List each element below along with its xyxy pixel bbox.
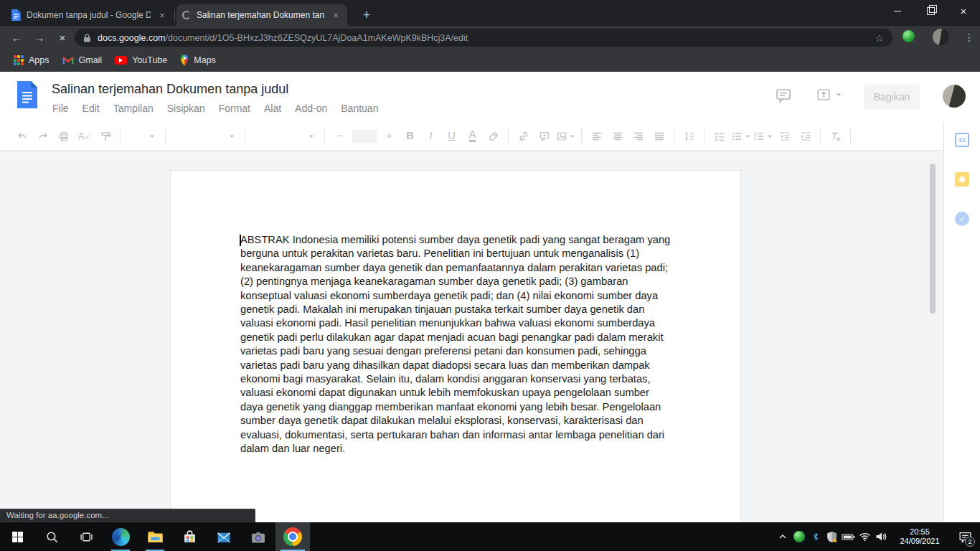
toolbar-separator: [581, 129, 582, 143]
taskbar-mail-icon[interactable]: [207, 522, 241, 551]
system-tray: 20:55 24/09/2021 2: [774, 522, 980, 551]
taskbar-store-icon[interactable]: [172, 522, 207, 551]
document-page[interactable]: ABSTRAK Indonesia memiliki potensi sumbe…: [170, 170, 741, 522]
taskbar-explorer-icon[interactable]: [138, 522, 172, 551]
address-bar[interactable]: docs.google.com/document/d/1O5-BHxzJ3hz6…: [75, 29, 892, 47]
zoom-dropdown[interactable]: [126, 127, 159, 146]
taskbar-search-icon[interactable]: [34, 522, 69, 551]
line-spacing-icon[interactable]: [680, 127, 698, 146]
menu-alat[interactable]: Alat: [262, 102, 283, 115]
tray-chevron-icon[interactable]: [774, 522, 791, 551]
font-dropdown[interactable]: [251, 127, 319, 146]
bookmark-gmail[interactable]: Gmail: [56, 53, 109, 67]
idm-icon[interactable]: [791, 522, 807, 551]
checklist-icon[interactable]: [710, 127, 728, 146]
taskbar-task-view-icon[interactable]: [69, 522, 103, 551]
link-icon[interactable]: [514, 127, 532, 146]
styles-dropdown[interactable]: [171, 127, 239, 146]
menu-bantuan[interactable]: Bantuan: [339, 102, 380, 115]
text-color-icon[interactable]: A: [463, 127, 481, 146]
plus-icon[interactable]: +: [380, 127, 398, 146]
docs-account-avatar[interactable]: [943, 85, 966, 108]
side-panel-calendar-icon[interactable]: 31: [955, 133, 969, 147]
taskbar-chrome-icon[interactable]: [275, 522, 310, 551]
document-scrollbar-thumb[interactable]: [930, 164, 936, 314]
svg-text:3: 3: [754, 136, 756, 141]
browser-menu-dots-icon[interactable]: ⋮: [961, 28, 977, 47]
minimize-button[interactable]: [881, 0, 914, 22]
google-docs-logo-icon[interactable]: [17, 81, 37, 108]
align-center-icon[interactable]: [608, 127, 626, 146]
volume-icon[interactable]: [873, 522, 890, 551]
close-button[interactable]: ×: [947, 0, 980, 22]
battery-icon[interactable]: [840, 522, 857, 551]
bookmark-apps[interactable]: Apps: [7, 53, 56, 67]
minus-icon[interactable]: −: [331, 127, 349, 146]
taskbar-camera-icon[interactable]: [241, 522, 275, 551]
bookmark-youtube[interactable]: YouTube: [108, 53, 174, 67]
toolbar-separator: [324, 129, 325, 143]
spellcheck-icon[interactable]: A✓: [75, 127, 93, 146]
image-dropdown[interactable]: [556, 127, 575, 146]
menu-file[interactable]: File: [50, 102, 71, 115]
present-button[interactable]: [815, 87, 842, 103]
docs-favicon: [11, 9, 21, 21]
italic-icon[interactable]: I: [422, 127, 440, 146]
underline-icon[interactable]: U: [443, 127, 461, 146]
menu-add-on[interactable]: Add-on: [293, 102, 329, 115]
tab-salinan-terjemahan[interactable]: Salinan terjemahan Dokumen tan ×: [176, 4, 347, 26]
share-button[interactable]: Bagikan: [864, 84, 920, 110]
idm-extension-icon[interactable]: [903, 30, 915, 42]
menu-format[interactable]: Format: [217, 102, 253, 115]
taskbar-edge-icon[interactable]: [103, 522, 138, 551]
menu-edit[interactable]: Edit: [80, 102, 102, 115]
browser-navbar: ← → × docs.google.com/document/d/1O5-BHx…: [0, 26, 980, 49]
bookmark-star-icon[interactable]: ☆: [875, 32, 884, 44]
defender-icon[interactable]: [824, 522, 840, 551]
wifi-icon[interactable]: [857, 522, 873, 551]
browser-profile-avatar[interactable]: [933, 29, 949, 45]
bullet-list-dropdown[interactable]: [731, 127, 750, 146]
tab-dokumen-tanpa-judul[interactable]: Dokumen tanpa judul - Google D ×: [6, 4, 174, 26]
menu-tampilan[interactable]: Tampilan: [111, 102, 156, 115]
taskbar-start-icon[interactable]: [0, 522, 34, 551]
bold-icon[interactable]: B: [401, 127, 419, 146]
clear-format-icon[interactable]: [826, 127, 844, 146]
highlight-icon[interactable]: [484, 127, 502, 146]
bluetooth-icon[interactable]: [807, 522, 824, 551]
clock-time: 20:55: [892, 527, 947, 537]
side-panel-tasks-icon[interactable]: ✓: [955, 212, 969, 226]
restore-button[interactable]: [914, 0, 947, 22]
action-center-button[interactable]: 2: [950, 522, 980, 551]
toolbar-separator: [120, 129, 121, 143]
indent-icon[interactable]: [796, 127, 814, 146]
minimize-icon: [894, 11, 901, 11]
tab-close-icon[interactable]: ×: [330, 9, 341, 21]
lock-icon: [83, 33, 91, 43]
numbered-list-dropdown[interactable]: 123: [753, 127, 773, 146]
side-panel-keep-icon[interactable]: [955, 172, 969, 187]
align-right-icon[interactable]: [629, 127, 647, 146]
menu-sisipkan[interactable]: Sisipkan: [165, 102, 207, 115]
redo-icon[interactable]: [34, 127, 52, 146]
document-title[interactable]: Salinan terjemahan Dokumen tanpa judul: [52, 82, 288, 97]
document-paragraph[interactable]: ABSTRAK Indonesia memiliki potensi sumbe…: [240, 233, 672, 456]
restore-icon: [927, 7, 935, 15]
tab-close-icon[interactable]: ×: [156, 9, 168, 21]
align-left-icon[interactable]: [588, 127, 606, 146]
outdent-icon[interactable]: [776, 127, 793, 146]
open-comments-icon[interactable]: [775, 87, 792, 104]
back-button[interactable]: ←: [7, 28, 26, 47]
maps-icon: [180, 55, 189, 66]
add-comment-icon[interactable]: [535, 127, 553, 146]
bookmark-maps[interactable]: Maps: [174, 52, 222, 68]
taskbar-clock[interactable]: 20:55 24/09/2021: [892, 527, 947, 547]
font-size-box[interactable]: [352, 130, 377, 143]
forward-button[interactable]: →: [30, 28, 49, 47]
print-icon[interactable]: [55, 127, 72, 146]
align-justify-icon[interactable]: [650, 127, 668, 146]
new-tab-button[interactable]: +: [357, 6, 376, 24]
stop-loading-button[interactable]: ×: [53, 28, 72, 47]
undo-icon[interactable]: [13, 127, 31, 146]
paint-format-icon[interactable]: [96, 127, 114, 146]
